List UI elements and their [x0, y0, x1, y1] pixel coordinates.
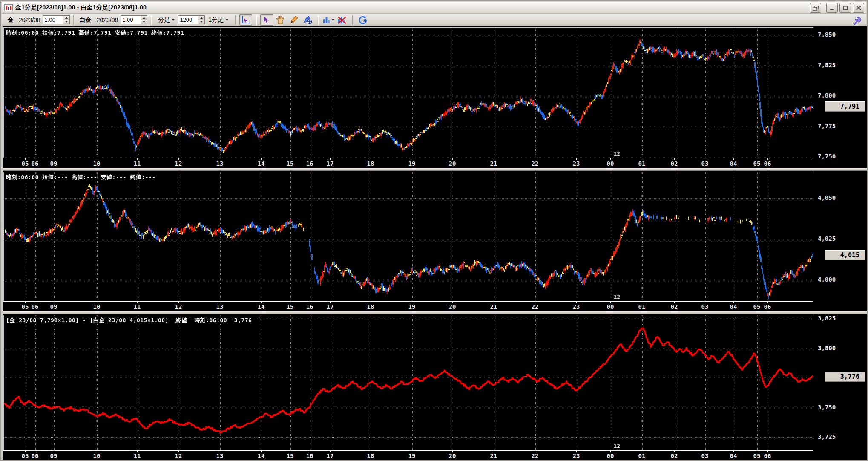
toolbar-separator — [151, 15, 151, 25]
gold-label: 金 — [8, 16, 14, 24]
x-tick-label: 06 — [32, 160, 39, 167]
maximize-button[interactable] — [839, 3, 851, 13]
platinum-month-select[interactable]: 2023/08 — [97, 17, 118, 23]
x-tick-label: 18 — [367, 303, 374, 310]
toolbar-separator — [318, 15, 318, 25]
platinum-ratio-up[interactable] — [141, 16, 147, 20]
toolbar-separator — [256, 15, 256, 25]
platinum-chart-canvas[interactable] — [4, 172, 814, 301]
spread-plot-area: [金 23/08 7,791×1.00] - [白金 23/08 4,015×1… — [3, 315, 813, 450]
x-tick-label: 17 — [327, 303, 334, 310]
x-tick-label: 06 — [764, 160, 771, 167]
bar-chart-remove-button[interactable] — [336, 14, 348, 26]
cascade-windows-button[interactable] — [810, 3, 821, 13]
window-title: 金1分足[2023/08]1.00 - 白金1分足[2023/08]1.00 — [15, 4, 147, 12]
current-price-label: 7,791 — [825, 102, 865, 111]
x-tick-label: 09 — [50, 452, 57, 459]
gold-chart-panel: 時刻:06:00 始値:7,791 高値:7,791 安値:7,791 終値:7… — [3, 26, 867, 168]
settings-wrench-button[interactable] — [850, 15, 863, 26]
gold-plot-area: 時刻:06:00 始値:7,791 高値:7,791 安値:7,791 終値:7… — [3, 27, 813, 158]
x-tick-label: 22 — [532, 160, 539, 167]
bar-count-spinner[interactable] — [178, 15, 205, 24]
gold-ratio-spinner[interactable] — [43, 15, 70, 24]
date-marker: 12 — [613, 443, 620, 449]
x-tick-label: 12 — [175, 160, 182, 167]
gold-ratio-down[interactable] — [63, 20, 69, 24]
x-tick-label: 18 — [367, 452, 374, 459]
platinum-plot-area: 時刻:06:00 始値:--- 高値:--- 安値:--- 終値:--- 12 — [3, 172, 813, 301]
x-tick-label: 19 — [408, 303, 416, 310]
x-tick-label: 11 — [134, 160, 141, 167]
toolbar-separator — [235, 15, 236, 25]
x-tick-label: 12 — [175, 452, 182, 459]
refresh-icon: R — [358, 15, 368, 25]
platinum-ratio-input[interactable] — [121, 16, 141, 24]
spread-y-axis: 3,8253,8003,7503,7253,776 — [813, 314, 867, 460]
x-tick-label: 00 — [607, 452, 614, 459]
x-tick-label: 21 — [490, 160, 497, 167]
gold-ratio-up[interactable] — [63, 16, 69, 20]
x-tick-label: 14 — [258, 452, 265, 459]
x-tick-label: 23 — [573, 452, 580, 459]
x-tick-label: 20 — [449, 303, 456, 310]
select-arrow-button[interactable] — [260, 14, 273, 26]
spread-x-axis: 0506091011121314151617181920212223000102… — [3, 450, 813, 460]
marker-crosshair-button[interactable] — [301, 14, 314, 26]
panel-splitter[interactable] — [3, 311, 867, 314]
current-price-label: 4,015 — [825, 251, 865, 260]
chart-cursor-button[interactable] — [239, 14, 252, 26]
pencil-draw-button[interactable] — [287, 14, 300, 26]
spread-info-bar: [金 23/08 7,791×1.00] - [白金 23/08 4,015×1… — [6, 317, 252, 324]
wrench-icon — [852, 16, 861, 25]
panel-splitter[interactable] — [3, 168, 867, 171]
marker-crosshair-icon — [302, 15, 313, 25]
chart-app-window: 金1分足[2023/08]1.00 - 白金1分足[2023/08]1.00 金… — [0, 0, 868, 461]
platinum-chart-panel: 時刻:06:00 始値:--- 高値:--- 安値:--- 終値:--- 12 … — [3, 171, 867, 311]
hand-pan-button[interactable] — [274, 14, 287, 26]
bar-count-up[interactable] — [198, 16, 204, 20]
interval-dropdown[interactable]: 1分足 — [207, 15, 230, 25]
bar-type-dropdown[interactable]: 分足 — [156, 15, 176, 25]
titlebar: 金1分足[2023/08]1.00 - 白金1分足[2023/08]1.00 — [2, 2, 866, 14]
spread-chart-canvas[interactable] — [4, 315, 814, 450]
x-tick-label: 17 — [327, 452, 334, 459]
bar-chart-remove-icon — [337, 16, 347, 24]
x-tick-label: 01 — [638, 160, 646, 167]
x-tick-label: 16 — [306, 452, 313, 459]
bar-count-down[interactable] — [198, 20, 204, 24]
x-tick-label: 02 — [671, 452, 678, 459]
x-tick-label: 13 — [216, 452, 224, 459]
svg-text:R: R — [363, 18, 367, 23]
x-tick-label: 11 — [134, 452, 141, 459]
x-tick-label: 23 — [573, 160, 580, 167]
platinum-ratio-spinner[interactable] — [121, 15, 147, 24]
refresh-button[interactable]: R — [356, 14, 369, 26]
bar-count-input[interactable] — [178, 16, 198, 24]
x-tick-label: 04 — [730, 303, 737, 310]
gold-ratio-input[interactable] — [43, 16, 63, 24]
x-tick-label: 02 — [671, 303, 678, 310]
gold-month-select[interactable]: 2023/08 — [19, 17, 40, 23]
y-tick-label: 4,000 — [818, 276, 836, 283]
platinum-ratio-down[interactable] — [141, 20, 147, 24]
x-tick-label: 06 — [32, 303, 39, 310]
current-price-label: 3,776 — [825, 372, 865, 381]
y-tick-label: 7,750 — [818, 153, 836, 160]
y-tick-label: 7,850 — [818, 31, 836, 38]
y-tick-label: 4,025 — [818, 235, 836, 242]
x-tick-label: 19 — [408, 452, 416, 459]
gold-info-bar: 時刻:06:00 始値:7,791 高値:7,791 安値:7,791 終値:7… — [6, 29, 184, 37]
x-tick-label: 21 — [490, 303, 497, 310]
x-tick-label: 06 — [764, 452, 771, 459]
x-tick-label: 09 — [50, 303, 57, 310]
chevron-down-icon — [172, 19, 175, 21]
bar-chart-menu-button[interactable] — [322, 14, 335, 26]
gold-chart-canvas[interactable] — [4, 28, 814, 158]
x-tick-label: 13 — [216, 303, 224, 310]
minimize-button[interactable] — [826, 3, 838, 13]
toolbar-separator — [73, 15, 74, 25]
x-tick-label: 04 — [730, 160, 737, 167]
x-tick-label: 14 — [258, 303, 265, 310]
x-tick-label: 22 — [532, 303, 539, 310]
close-button[interactable] — [853, 3, 864, 13]
